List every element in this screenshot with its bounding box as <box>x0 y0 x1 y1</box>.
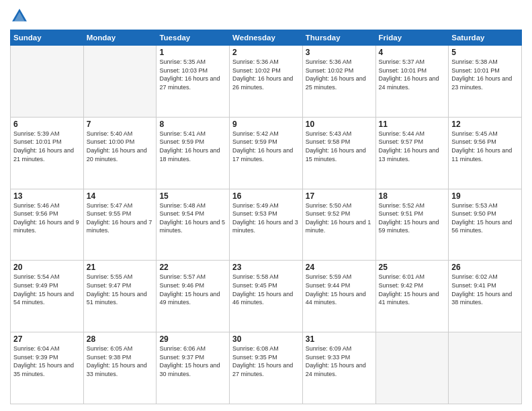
calendar-cell: 15Sunrise: 5:48 AM Sunset: 9:54 PM Dayli… <box>157 189 230 261</box>
weekday-header-saturday: Saturday <box>449 30 522 46</box>
day-info: Sunrise: 5:58 AM Sunset: 9:45 PM Dayligh… <box>232 273 300 306</box>
day-info: Sunrise: 5:44 AM Sunset: 9:57 PM Dayligh… <box>379 130 446 163</box>
calendar-week-row: 6Sunrise: 5:39 AM Sunset: 10:01 PM Dayli… <box>11 117 522 189</box>
day-number: 14 <box>87 191 154 201</box>
day-number: 16 <box>232 191 300 201</box>
day-number: 18 <box>379 191 446 201</box>
day-info: Sunrise: 6:02 AM Sunset: 9:41 PM Dayligh… <box>451 273 519 306</box>
day-info: Sunrise: 5:52 AM Sunset: 9:51 PM Dayligh… <box>379 201 446 235</box>
day-number: 13 <box>13 191 81 201</box>
logo-icon <box>10 7 29 26</box>
day-number: 29 <box>159 334 226 344</box>
calendar-cell: 10Sunrise: 5:43 AM Sunset: 9:58 PM Dayli… <box>302 117 375 189</box>
day-number: 25 <box>379 263 446 272</box>
day-info: Sunrise: 5:41 AM Sunset: 9:59 PM Dayligh… <box>159 130 226 163</box>
calendar-cell: 14Sunrise: 5:47 AM Sunset: 9:55 PM Dayli… <box>83 189 157 261</box>
calendar-cell: 18Sunrise: 5:52 AM Sunset: 9:51 PM Dayli… <box>375 189 449 261</box>
day-number: 27 <box>13 334 81 344</box>
calendar-cell: 16Sunrise: 5:49 AM Sunset: 9:53 PM Dayli… <box>230 189 303 261</box>
day-number: 11 <box>379 120 446 129</box>
day-number: 9 <box>232 120 300 129</box>
day-number: 8 <box>159 120 226 129</box>
calendar-cell: 5Sunrise: 5:38 AM Sunset: 10:01 PM Dayli… <box>449 46 522 118</box>
day-number: 7 <box>87 120 154 129</box>
calendar-cell: 23Sunrise: 5:58 AM Sunset: 9:45 PM Dayli… <box>230 261 303 332</box>
day-number: 21 <box>87 263 154 272</box>
day-number: 31 <box>306 334 373 344</box>
calendar-cell: 28Sunrise: 6:05 AM Sunset: 9:38 PM Dayli… <box>83 332 157 404</box>
day-number: 24 <box>306 263 373 272</box>
day-info: Sunrise: 6:05 AM Sunset: 9:38 PM Dayligh… <box>87 345 154 378</box>
calendar-cell: 20Sunrise: 5:54 AM Sunset: 9:49 PM Dayli… <box>11 261 84 332</box>
calendar-cell <box>83 46 157 118</box>
day-number: 22 <box>159 263 226 272</box>
calendar-cell: 7Sunrise: 5:40 AM Sunset: 10:00 PM Dayli… <box>83 117 157 189</box>
day-info: Sunrise: 5:46 AM Sunset: 9:56 PM Dayligh… <box>13 201 81 235</box>
day-number: 20 <box>13 263 81 272</box>
day-info: Sunrise: 5:55 AM Sunset: 9:47 PM Dayligh… <box>87 273 154 306</box>
day-info: Sunrise: 5:50 AM Sunset: 9:52 PM Dayligh… <box>306 201 373 235</box>
day-info: Sunrise: 5:48 AM Sunset: 9:54 PM Dayligh… <box>159 201 226 235</box>
day-info: Sunrise: 5:57 AM Sunset: 9:46 PM Dayligh… <box>159 273 226 306</box>
day-number: 19 <box>451 191 519 201</box>
calendar-header-row: SundayMondayTuesdayWednesdayThursdayFrid… <box>11 30 522 46</box>
day-info: Sunrise: 6:01 AM Sunset: 9:42 PM Dayligh… <box>379 273 446 306</box>
calendar-week-row: 13Sunrise: 5:46 AM Sunset: 9:56 PM Dayli… <box>11 189 522 261</box>
day-info: Sunrise: 5:47 AM Sunset: 9:55 PM Dayligh… <box>87 201 154 235</box>
day-info: Sunrise: 6:04 AM Sunset: 9:39 PM Dayligh… <box>13 345 81 378</box>
calendar-week-row: 1Sunrise: 5:35 AM Sunset: 10:03 PM Dayli… <box>11 46 522 118</box>
logo <box>10 7 32 26</box>
header <box>10 7 522 26</box>
weekday-header-monday: Monday <box>83 30 157 46</box>
calendar-cell: 4Sunrise: 5:37 AM Sunset: 10:01 PM Dayli… <box>375 46 449 118</box>
day-info: Sunrise: 6:09 AM Sunset: 9:33 PM Dayligh… <box>306 345 373 378</box>
day-info: Sunrise: 5:53 AM Sunset: 9:50 PM Dayligh… <box>451 201 519 235</box>
day-number: 5 <box>451 48 519 57</box>
calendar-cell <box>449 332 522 404</box>
calendar-cell: 27Sunrise: 6:04 AM Sunset: 9:39 PM Dayli… <box>11 332 84 404</box>
day-number: 3 <box>306 48 373 57</box>
calendar-cell: 25Sunrise: 6:01 AM Sunset: 9:42 PM Dayli… <box>375 261 449 332</box>
weekday-header-sunday: Sunday <box>11 30 84 46</box>
calendar-cell: 22Sunrise: 5:57 AM Sunset: 9:46 PM Dayli… <box>157 261 230 332</box>
day-info: Sunrise: 5:54 AM Sunset: 9:49 PM Dayligh… <box>13 273 81 306</box>
weekday-header-thursday: Thursday <box>302 30 375 46</box>
day-info: Sunrise: 5:42 AM Sunset: 9:59 PM Dayligh… <box>232 130 300 163</box>
day-number: 28 <box>87 334 154 344</box>
calendar-cell: 13Sunrise: 5:46 AM Sunset: 9:56 PM Dayli… <box>11 189 84 261</box>
day-info: Sunrise: 5:59 AM Sunset: 9:44 PM Dayligh… <box>306 273 373 306</box>
calendar-cell: 9Sunrise: 5:42 AM Sunset: 9:59 PM Daylig… <box>230 117 303 189</box>
calendar-cell: 12Sunrise: 5:45 AM Sunset: 9:56 PM Dayli… <box>449 117 522 189</box>
day-info: Sunrise: 5:36 AM Sunset: 10:02 PM Daylig… <box>232 58 300 91</box>
day-number: 26 <box>451 263 519 272</box>
day-number: 15 <box>159 191 226 201</box>
calendar-table: SundayMondayTuesdayWednesdayThursdayFrid… <box>10 30 522 404</box>
calendar-cell: 26Sunrise: 6:02 AM Sunset: 9:41 PM Dayli… <box>449 261 522 332</box>
calendar-cell: 6Sunrise: 5:39 AM Sunset: 10:01 PM Dayli… <box>11 117 84 189</box>
day-info: Sunrise: 6:06 AM Sunset: 9:37 PM Dayligh… <box>159 345 226 378</box>
weekday-header-friday: Friday <box>375 30 449 46</box>
calendar-cell: 21Sunrise: 5:55 AM Sunset: 9:47 PM Dayli… <box>83 261 157 332</box>
day-info: Sunrise: 5:43 AM Sunset: 9:58 PM Dayligh… <box>306 130 373 163</box>
day-info: Sunrise: 6:08 AM Sunset: 9:35 PM Dayligh… <box>232 345 300 378</box>
day-number: 1 <box>159 48 226 57</box>
calendar-week-row: 20Sunrise: 5:54 AM Sunset: 9:49 PM Dayli… <box>11 261 522 332</box>
day-number: 30 <box>232 334 300 344</box>
calendar-cell: 30Sunrise: 6:08 AM Sunset: 9:35 PM Dayli… <box>230 332 303 404</box>
calendar-cell: 29Sunrise: 6:06 AM Sunset: 9:37 PM Dayli… <box>157 332 230 404</box>
day-info: Sunrise: 5:38 AM Sunset: 10:01 PM Daylig… <box>451 58 519 91</box>
day-info: Sunrise: 5:45 AM Sunset: 9:56 PM Dayligh… <box>451 130 519 163</box>
day-info: Sunrise: 5:39 AM Sunset: 10:01 PM Daylig… <box>13 130 81 163</box>
day-number: 2 <box>232 48 300 57</box>
calendar-cell <box>11 46 84 118</box>
day-number: 23 <box>232 263 300 272</box>
day-info: Sunrise: 5:35 AM Sunset: 10:03 PM Daylig… <box>159 58 226 91</box>
day-number: 17 <box>306 191 373 201</box>
day-info: Sunrise: 5:36 AM Sunset: 10:02 PM Daylig… <box>306 58 373 91</box>
calendar-cell: 2Sunrise: 5:36 AM Sunset: 10:02 PM Dayli… <box>230 46 303 118</box>
day-number: 10 <box>306 120 373 129</box>
calendar-cell: 24Sunrise: 5:59 AM Sunset: 9:44 PM Dayli… <box>302 261 375 332</box>
calendar-cell <box>375 332 449 404</box>
calendar-cell: 8Sunrise: 5:41 AM Sunset: 9:59 PM Daylig… <box>157 117 230 189</box>
day-number: 12 <box>451 120 519 129</box>
